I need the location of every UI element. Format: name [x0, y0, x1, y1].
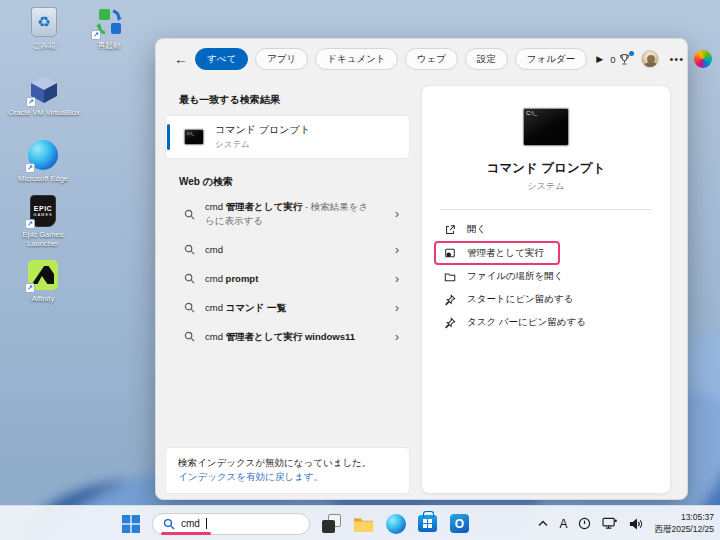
web-search-item[interactable]: cmd コマンド 一覧 › [166, 293, 409, 322]
shortcut-arrow-icon: ↗ [91, 30, 101, 40]
user-avatar[interactable] [641, 50, 659, 68]
folder-icon [443, 271, 456, 283]
virtualbox-icon: ↗ [27, 72, 61, 106]
desktop-icon-restart[interactable]: ↗ 再起動 [82, 5, 136, 50]
web-search-item[interactable]: cmd › [166, 235, 409, 264]
network-icon[interactable] [602, 517, 618, 530]
search-query-text: cmd [181, 518, 200, 529]
action-open[interactable]: 開く [443, 218, 670, 241]
clock-date[interactable]: 13:05:37 西暦2025/12/25 [654, 512, 714, 534]
run-as-admin-icon [443, 247, 456, 259]
tray-app-icon[interactable] [578, 517, 591, 530]
shortcut-arrow-icon: ↗ [25, 219, 35, 229]
edge-button[interactable] [385, 513, 406, 534]
desktop: ♻ ごみ箱 ↗ 再起動 ↗ Oracle VM VirtualBox [0, 0, 720, 540]
chevron-right-icon: › [395, 331, 399, 343]
detail-subtitle: システム [422, 180, 670, 193]
result-detail-panel: C:\_ コマンド プロンプト システム 開く 管理者 [421, 85, 671, 494]
action-pin-to-start[interactable]: スタートにピン留めする [443, 288, 670, 311]
restart-icon: ↗ [92, 5, 126, 39]
microsoft-store-button[interactable] [417, 513, 438, 534]
enable-index-link[interactable]: インデックスを有効に戻します。 [178, 471, 323, 482]
best-match-item[interactable]: C:\_ コマンド プロンプト システム [166, 116, 409, 158]
web-search-item[interactable]: cmd prompt › [166, 264, 409, 293]
task-view-button[interactable] [321, 513, 342, 534]
action-open-file-location[interactable]: ファイルの場所を開く [443, 265, 670, 288]
copilot-icon[interactable] [694, 50, 712, 68]
search-icon [184, 302, 195, 313]
clock-time: 13:05:37 [681, 512, 714, 522]
file-explorer-button[interactable] [353, 513, 374, 534]
shortcut-arrow-icon: ↗ [25, 283, 35, 293]
search-icon [163, 518, 175, 530]
outlook-button[interactable]: O [449, 513, 470, 534]
search-icon [184, 209, 195, 220]
annotation-underline [161, 532, 211, 535]
search-results-column: 最も一致する検索結果 C:\_ コマンド プロンプト システム Web の検索 … [166, 83, 409, 495]
recycle-bin-icon: ♻ [27, 5, 61, 39]
taskbar: cmd O A [0, 505, 720, 540]
back-arrow-icon[interactable]: ← [174, 51, 188, 67]
taskbar-search-input[interactable]: cmd [152, 513, 310, 535]
divider [440, 209, 652, 210]
affinity-icon: ↗ [26, 258, 60, 292]
epic-games-icon: EPICGAMES ↗ [26, 194, 60, 228]
tab-all[interactable]: すべて [195, 48, 248, 70]
rewards-badge[interactable]: 0 [610, 53, 631, 66]
search-index-notice: 検索インデックスが無効になっていました。 インデックスを有効に戻します。 [166, 448, 409, 493]
more-options-icon[interactable]: ••• [669, 53, 684, 65]
shortcut-arrow-icon: ↗ [26, 97, 36, 107]
detail-title: コマンド プロンプト [422, 160, 670, 177]
cmd-app-icon-large: C:\_ [523, 108, 569, 146]
rewards-dot [629, 51, 634, 56]
best-match-title: コマンド プロンプト [215, 123, 310, 137]
web-search-item[interactable]: cmd 管理者として実行 - 検索結果をさらに表示する › [166, 193, 409, 235]
cmd-app-icon: C:\_ [184, 129, 204, 145]
search-icon [184, 244, 195, 255]
chevron-right-icon: › [395, 302, 399, 314]
tab-documents[interactable]: ドキュメント [315, 48, 397, 70]
tab-folders[interactable]: フォルダー [515, 48, 587, 70]
chevron-right-icon: › [395, 273, 399, 285]
desktop-icon-recycle-bin[interactable]: ♻ ごみ箱 [14, 5, 74, 50]
open-icon [443, 224, 456, 236]
text-caret [206, 518, 207, 529]
hidden-icons-chevron[interactable] [538, 520, 548, 527]
best-match-header: 最も一致する検索結果 [166, 93, 409, 107]
desktop-icon-affinity[interactable]: ↗ Affinity [15, 258, 71, 303]
chevron-right-icon: › [395, 208, 399, 220]
web-search-header: Web の検索 [166, 175, 409, 189]
desktop-icon-edge[interactable]: ↗ Microsoft Edge [11, 138, 75, 183]
clock-date-text: 西暦2025/12/25 [654, 524, 714, 534]
pin-icon [443, 317, 456, 329]
desktop-icon-epic-games[interactable]: EPICGAMES ↗ Epic Games Launcher [11, 194, 75, 249]
action-run-as-admin[interactable]: 管理者として実行 [434, 241, 560, 265]
search-icon [184, 273, 195, 284]
web-search-item[interactable]: cmd 管理者として実行 windows11 › [166, 322, 409, 351]
desktop-icon-virtualbox[interactable]: ↗ Oracle VM VirtualBox [6, 72, 82, 117]
selection-accent-bar [167, 124, 170, 150]
edge-icon: ↗ [26, 138, 60, 172]
search-icon [184, 331, 195, 342]
start-button[interactable] [120, 513, 141, 534]
tab-settings[interactable]: 設定 [465, 48, 508, 70]
pin-icon [443, 294, 456, 306]
chevron-right-icon: › [395, 244, 399, 256]
notice-text: 検索インデックスが無効になっていました。 [178, 457, 371, 468]
tab-web[interactable]: ウェブ [405, 48, 458, 70]
search-flyout: ← すべて アプリ ドキュメント ウェブ 設定 フォルダー ▶ 0 [155, 38, 688, 500]
action-pin-to-taskbar[interactable]: タスク バーにピン留めする [443, 311, 670, 334]
best-match-subtitle: システム [215, 139, 310, 151]
shortcut-arrow-icon: ↗ [25, 163, 35, 173]
tab-apps[interactable]: アプリ [255, 48, 308, 70]
ime-mode-indicator[interactable]: A [559, 517, 567, 531]
search-filter-bar: ← すべて アプリ ドキュメント ウェブ 設定 フォルダー ▶ 0 [156, 39, 687, 79]
more-tabs-icon[interactable]: ▶ [596, 54, 603, 64]
volume-icon[interactable] [629, 518, 643, 530]
